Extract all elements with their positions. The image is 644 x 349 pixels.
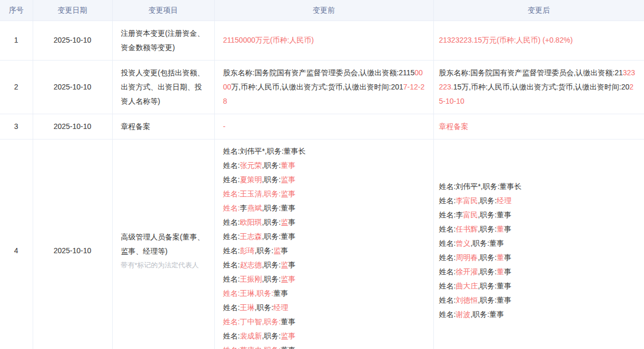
- col-header-before: 变更前: [214, 0, 433, 21]
- row-number: 1: [0, 21, 33, 60]
- change-date: 2025-10-10: [33, 21, 112, 60]
- table-row: 4 2025-10-10 高级管理人员备案(董事、监事、经理等) 带有*标记的为…: [0, 139, 644, 349]
- col-header-change-date: 变更日期: [33, 0, 112, 21]
- change-date: 2025-10-10: [33, 114, 112, 139]
- row-number: 3: [0, 114, 33, 139]
- change-item: 注册资本变更(注册资金、资金数额等变更): [112, 21, 214, 60]
- change-item-label: 高级管理人员备案(董事、监事、经理等): [121, 230, 206, 258]
- table-header-row: 序号 变更日期 变更项目 变更前 变更后: [0, 0, 644, 21]
- after-value: 章程备案: [433, 114, 644, 139]
- after-value: 21323223.15万元(币种:人民币) (+0.82%): [433, 21, 644, 60]
- before-value: 股东名称:国务院国有资产监督管理委员会,认缴出资额:21150000万,币种:人…: [214, 60, 433, 114]
- change-date: 2025-10-10: [33, 139, 112, 349]
- row-number: 4: [0, 139, 33, 349]
- change-record-panel: 序号 变更日期 变更项目 变更前 变更后 1 2025-10-10 注册资本变更…: [0, 0, 644, 349]
- before-value: -: [214, 114, 433, 139]
- table-row: 1 2025-10-10 注册资本变更(注册资金、资金数额等变更) 211500…: [0, 21, 644, 60]
- before-value: 21150000万元(币种:人民币): [214, 21, 433, 60]
- col-header-no: 序号: [0, 0, 33, 21]
- table-row: 3 2025-10-10 章程备案 - 章程备案: [0, 114, 644, 139]
- change-record-table: 序号 变更日期 变更项目 变更前 变更后 1 2025-10-10 注册资本变更…: [0, 0, 644, 349]
- change-item: 投资人变更(包括出资额、出资方式、出资日期、投资人名称等): [112, 60, 214, 114]
- legal-representative-note: 带有*标记的为法定代表人: [121, 260, 206, 271]
- col-header-change-item: 变更项目: [112, 0, 214, 21]
- after-value: 姓名:刘伟平*,职务:董事长姓名:李富民,职务:经理姓名:李富民,职务:董事姓名…: [433, 139, 644, 349]
- col-header-after: 变更后: [433, 0, 644, 21]
- after-value: 股东名称:国务院国有资产监督管理委员会,认缴出资额:21323223.15万,币…: [433, 60, 644, 114]
- change-item: 章程备案: [112, 114, 214, 139]
- change-date: 2025-10-10: [33, 60, 112, 114]
- before-value: 姓名:刘伟平*,职务:董事长姓名:张元荣,职务:董事姓名:夏策明,职务:监事姓名…: [214, 139, 433, 349]
- row-number: 2: [0, 60, 33, 114]
- change-item: 高级管理人员备案(董事、监事、经理等) 带有*标记的为法定代表人: [112, 139, 214, 349]
- table-row: 2 2025-10-10 投资人变更(包括出资额、出资方式、出资日期、投资人名称…: [0, 60, 644, 114]
